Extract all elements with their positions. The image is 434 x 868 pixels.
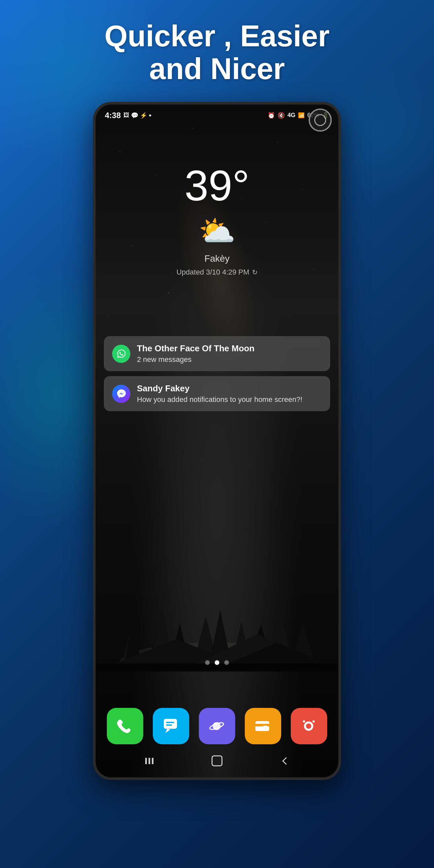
weather-section: 39° ⛅ Fakèy Updated 3/10 4:29 PM ↻ [96,164,338,277]
page-dot-2 [215,660,219,665]
messenger-notif-content: Sandy Fakey How you added notifications … [137,383,322,404]
notification-card-whatsapp[interactable]: The Other Face Of The Moon 2 new message… [104,336,330,371]
svg-rect-18 [166,722,174,723]
messenger-status-icon: ⚡ [140,112,147,119]
svg-rect-27 [303,720,305,722]
svg-rect-30 [149,758,150,764]
notifications-container: The Other Face Of The Moon 2 new message… [104,336,330,411]
dot-indicator: • [149,111,152,120]
svg-marker-17 [165,729,170,733]
messenger-notif-message: How you added notifications to your home… [137,395,322,404]
mute-icon: 🔇 [278,112,285,119]
recent-apps-button[interactable] [139,751,159,771]
network-type: 4G [287,112,296,119]
header-line2: and [149,52,210,85]
svg-rect-16 [164,719,177,729]
alarm-icon: ⏰ [268,112,275,119]
refresh-icon[interactable]: ↻ [252,268,258,276]
svg-point-26 [306,723,311,729]
svg-rect-32 [212,756,222,766]
status-time: 4:38 [105,111,121,120]
phone-app-icon[interactable] [107,708,143,744]
pagination-dots [96,660,338,665]
messenger-notif-title: Sandy Fakey [137,383,322,394]
svg-rect-31 [152,758,154,764]
messenger-notif-icon [112,385,130,403]
phone-screen: 4:38 🖼 💬 ⚡ • ⏰ 🔇 4G 📶 62% 🔋 [96,104,338,777]
whatsapp-status-icon: 💬 [131,112,138,119]
signal-bars: 📶 [298,112,305,118]
header-line1: Quicker , Easier [104,20,330,53]
header-line2-bold: Nicer [210,52,285,85]
status-bar-left: 4:38 🖼 💬 ⚡ • [105,111,152,120]
page-dot-3 [224,660,229,665]
messages-app-icon[interactable] [153,708,189,744]
status-bar: 4:38 🖼 💬 ⚡ • ⏰ 🔇 4G 📶 62% 🔋 [96,104,338,126]
svg-rect-19 [166,724,172,726]
whatsapp-notif-content: The Other Face Of The Moon 2 new message… [137,343,322,364]
update-time-text: Updated 3/10 4:29 PM [176,268,249,277]
svg-rect-28 [313,720,315,722]
back-button[interactable] [275,751,295,771]
phone-frame: 4:38 🖼 💬 ⚡ • ⏰ 🔇 4G 📶 62% 🔋 [93,102,341,780]
status-icons: 🖼 💬 ⚡ • [123,111,152,120]
svg-rect-29 [145,758,147,764]
whatsapp-notif-message: 2 new messages [137,355,322,364]
svg-rect-24 [263,726,268,728]
camera-button[interactable] [309,108,332,132]
bottom-navigation [96,751,338,771]
notification-card-messenger[interactable]: Sandy Fakey How you added notifications … [104,376,330,411]
screen-recorder-app-icon[interactable] [291,708,327,744]
gallery-icon: 🖼 [123,112,129,119]
saturn-app-icon[interactable] [199,708,235,744]
weather-update-time: Updated 3/10 4:29 PM ↻ [176,268,257,277]
whatsapp-notif-icon [112,345,130,363]
wallet-app-icon[interactable] [245,708,281,744]
header-text: Quicker , Easier and Nicer [68,20,366,85]
page-dot-1 [205,660,210,665]
home-button[interactable] [207,751,227,771]
weather-location: Fakèy [205,253,229,264]
temperature-display: 39° [185,164,250,207]
trees-silhouette [96,572,338,672]
whatsapp-notif-title: The Other Face Of The Moon [137,343,322,353]
weather-condition-icon: ⛅ [198,214,236,248]
app-dock [102,708,332,744]
